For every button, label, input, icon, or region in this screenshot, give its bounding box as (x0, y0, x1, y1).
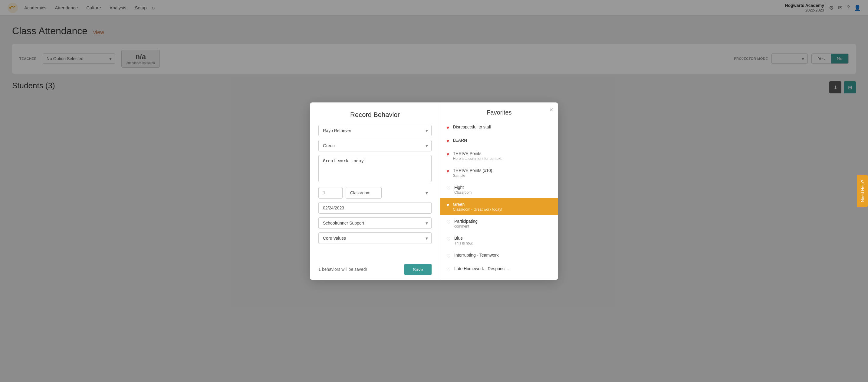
fav-item-name: Green (453, 202, 552, 207)
favorites-item[interactable]: ♡ Fight Classroom (440, 181, 558, 198)
modal-left-panel: Record Behavior Rayo Retriever Green (310, 102, 440, 280)
fav-item-text: Late Homework - Responsi... (454, 266, 552, 271)
fav-item-text: LEARN (453, 138, 552, 143)
fav-item-text: Fight Classroom (454, 185, 552, 195)
fav-item-text: Green Classroom - Great work today! (453, 202, 552, 212)
modal-title: Record Behavior (318, 111, 432, 119)
save-message: 1 behaviors will be saved! (318, 267, 367, 272)
modal-footer: 1 behaviors will be saved! Save (318, 259, 432, 280)
fav-item-text: THRIVE Points (x10) Sample (453, 168, 552, 178)
fav-item-name: Blue (454, 236, 552, 241)
fav-item-name: Participating (454, 219, 552, 223)
fav-item-sub: Classroom - Great work today! (453, 207, 552, 212)
fav-item-name: THRIVE Points (x10) (453, 168, 552, 173)
category-select-wrapper: Core Values (318, 233, 432, 244)
fav-item-name: THRIVE Points (453, 151, 552, 156)
fav-heart-icon: ♡ (446, 267, 451, 273)
staff-select-wrapper: Schoolrunner Support (318, 217, 432, 229)
location-select-wrapper: Classroom (346, 187, 432, 199)
quantity-input[interactable] (318, 187, 343, 199)
comment-field: Great work today! (318, 155, 432, 183)
fav-item-name: Disrespectful to staff (453, 125, 552, 129)
save-button[interactable]: Save (404, 264, 432, 275)
comment-textarea[interactable]: Great work today! (318, 155, 432, 182)
fav-item-text: Disrespectful to staff (453, 125, 552, 129)
record-behavior-modal: × Record Behavior Rayo Retriever Green (310, 102, 558, 280)
need-help-button[interactable]: Need Help? (857, 175, 868, 207)
fav-item-sub: comment (454, 224, 552, 229)
fav-heart-icon: ♥ (446, 203, 450, 208)
favorites-list: ♥ Disrespectful to staff ♥ LEARN ♥ THRIV… (440, 121, 558, 280)
behavior-select[interactable]: Green (318, 140, 432, 151)
fav-item-text: Interrupting - Teamwork (454, 253, 552, 257)
favorites-item[interactable]: ♡ Late Homework - Responsi... (440, 263, 558, 276)
fav-item-text: Participating comment (454, 219, 552, 229)
fav-item-name: Late Homework - Responsi... (454, 266, 552, 271)
fav-item-sub: This is how. (454, 241, 552, 245)
category-select[interactable]: Core Values (318, 233, 432, 244)
qty-location-row: Classroom (318, 187, 432, 199)
fav-heart-icon: ♡ (446, 253, 451, 259)
fav-heart-icon: ♥ (446, 138, 450, 144)
fav-item-name: Fight (454, 185, 552, 190)
date-input[interactable] (318, 202, 432, 214)
behavior-select-wrapper: Green (318, 140, 432, 151)
staff-field: Schoolrunner Support (318, 217, 432, 229)
favorites-item[interactable]: ♡ Blue This is how. (440, 232, 558, 249)
fav-heart-icon: ♥ (446, 125, 450, 131)
fav-item-name: Interrupting - Teamwork (454, 253, 552, 257)
date-field (318, 202, 432, 214)
fav-heart-icon: ♡ (446, 185, 451, 191)
student-select[interactable]: Rayo Retriever (318, 125, 432, 136)
fav-heart-icon: ♡ (446, 236, 451, 242)
modal-close-button[interactable]: × (549, 107, 553, 113)
modal-overlay[interactable]: × Record Behavior Rayo Retriever Green (0, 0, 868, 382)
favorites-title: Favorites (440, 102, 558, 121)
favorites-item[interactable]: ♥ Green Classroom - Great work today! (440, 198, 558, 215)
favorites-item[interactable]: ♥ Disrespectful to staff (440, 121, 558, 134)
fav-item-text: Blue This is how. (454, 236, 552, 245)
fav-item-sub: Here is a comment for context. (453, 157, 552, 161)
favorites-panel: Favorites ♥ Disrespectful to staff ♥ LEA… (440, 102, 558, 280)
fav-item-name: LEARN (453, 138, 552, 143)
favorites-item[interactable]: ♥ THRIVE Points Here is a comment for co… (440, 147, 558, 164)
fav-item-text: THRIVE Points Here is a comment for cont… (453, 151, 552, 161)
fav-heart-icon: ♥ (446, 152, 450, 157)
favorites-item[interactable]: ♡ Participating comment (440, 215, 558, 232)
fav-heart-icon: ♥ (446, 169, 450, 174)
category-field: Core Values (318, 233, 432, 244)
student-select-wrapper: Rayo Retriever (318, 125, 432, 136)
staff-select[interactable]: Schoolrunner Support (318, 217, 432, 229)
favorites-item[interactable]: ♥ LEARN (440, 134, 558, 147)
student-field: Rayo Retriever (318, 125, 432, 136)
location-select[interactable]: Classroom (346, 187, 382, 199)
behavior-field: Green (318, 140, 432, 151)
fav-heart-icon: ♡ (446, 219, 451, 225)
favorites-item[interactable]: ♥ THRIVE Points (x10) Sample (440, 164, 558, 181)
favorites-item[interactable]: ♡ Interrupting - Teamwork (440, 249, 558, 263)
fav-item-sub: Classroom (454, 190, 552, 195)
fav-item-sub: Sample (453, 173, 552, 178)
